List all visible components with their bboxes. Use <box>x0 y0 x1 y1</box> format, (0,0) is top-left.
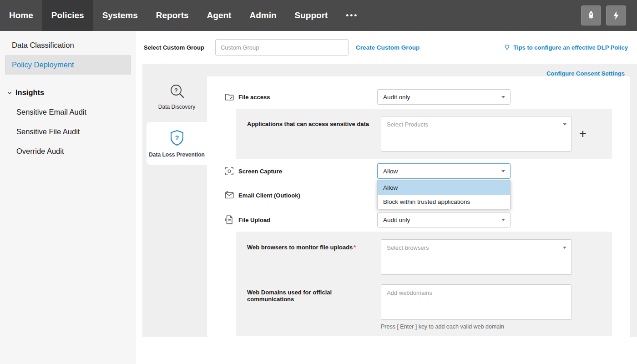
rocket-icon[interactable] <box>581 5 601 25</box>
nav-item-reports[interactable]: Reports <box>147 0 198 31</box>
custom-group-toolbar: Select Custom Group Create Custom Group … <box>136 31 637 64</box>
nav-item-policies[interactable]: Policies <box>42 0 93 31</box>
caret-down-icon <box>563 247 566 249</box>
file-access-row: File access Audit only <box>207 89 630 105</box>
screen-capture-value: Allow <box>383 168 398 175</box>
nav-item-agent[interactable]: Agent <box>198 0 241 31</box>
email-client-icon <box>224 190 234 200</box>
dlp-policy-panel: Configure Consent Settings ? Data Disc <box>142 64 637 337</box>
nav-item-support[interactable]: Support <box>286 0 337 31</box>
file-upload-select[interactable]: Audit only <box>377 212 511 228</box>
file-access-value: Audit only <box>383 94 410 101</box>
caret-down-icon <box>563 123 566 126</box>
applications-subpanel: Applications that can access sensitive d… <box>236 109 612 159</box>
file-upload-icon <box>224 215 234 225</box>
lightbulb-icon <box>504 44 511 51</box>
nav-right-icons <box>581 0 637 31</box>
screen-capture-select[interactable]: Allow <box>377 163 511 179</box>
add-application-button[interactable]: + <box>579 128 586 140</box>
file-upload-value: Audit only <box>383 217 410 223</box>
file-upload-label: File Upload <box>238 217 377 223</box>
nav-item-systems[interactable]: Systems <box>93 0 147 31</box>
svg-text:?: ? <box>174 87 178 94</box>
dropdown-option-allow[interactable]: Allow <box>378 181 510 195</box>
applications-label: Applications that can access sensitive d… <box>247 116 381 152</box>
web-browsers-label: Web browsers to monitor file uploads* <box>247 239 381 275</box>
web-domains-hint: Press [ Enter ] key to add each valid we… <box>381 324 612 330</box>
dropdown-option-block[interactable]: Block within trusted applications <box>378 195 510 209</box>
sidebar-section-insights[interactable]: Insights <box>0 83 136 102</box>
chevron-down-icon <box>6 90 13 96</box>
create-custom-group-link[interactable]: Create Custom Group <box>356 44 420 51</box>
dlp-settings-form: File access Audit only Applications that… <box>207 76 630 337</box>
file-upload-row: File Upload Audit only <box>207 212 630 228</box>
data-loss-prevention-icon: ? <box>148 129 205 148</box>
sidebar-section-label: Insights <box>15 88 44 97</box>
web-domains-input[interactable] <box>381 284 572 320</box>
screen-capture-row: Screen Capture Allow Allow Block within … <box>207 163 630 179</box>
tips-link[interactable]: Tips to configure an effective DLP Polic… <box>504 44 628 51</box>
main-content: Select Custom Group Create Custom Group … <box>136 31 637 364</box>
applications-placeholder: Select Products <box>387 121 428 128</box>
web-browsers-placeholder: Select browsers <box>387 244 429 251</box>
caret-down-icon <box>501 96 505 98</box>
custom-group-input[interactable] <box>215 39 349 56</box>
svg-text:?: ? <box>175 134 179 141</box>
screen-capture-icon <box>224 166 234 176</box>
sidebar-item-policy-deployment[interactable]: Policy Deployment <box>5 55 131 75</box>
sidebar-item-sensitive-email-audit[interactable]: Sensitive Email Audit <box>0 102 136 122</box>
screen-capture-dropdown-menu: Allow Block within trusted applications <box>377 180 511 209</box>
required-asterisk: * <box>354 244 356 251</box>
tab-data-loss-prevention[interactable]: ? Data Loss Prevention <box>147 122 207 165</box>
web-browsers-multiselect[interactable]: Select browsers <box>381 239 572 275</box>
lightning-icon[interactable] <box>606 5 626 25</box>
tab-data-discovery[interactable]: ? Data Discovery <box>147 76 207 116</box>
caret-down-icon <box>501 170 505 172</box>
data-discovery-icon: ? <box>148 82 205 101</box>
nav-item-admin[interactable]: Admin <box>240 0 285 31</box>
custom-group-label: Select Custom Group <box>144 44 204 51</box>
email-client-label: Email Client (Outlook) <box>238 192 377 199</box>
tab-label: Data Discovery <box>148 104 205 111</box>
configure-consent-settings-link[interactable]: Configure Consent Settings <box>546 70 625 77</box>
sidebar-item-override-audit[interactable]: Override Audit <box>0 142 136 161</box>
file-access-label: File access <box>238 94 377 101</box>
web-domains-label: Web Domains used for official communicat… <box>247 284 381 320</box>
caret-down-icon <box>501 219 505 221</box>
policy-tabs: ? Data Discovery ? Data Loss Preventi <box>147 76 207 337</box>
applications-multiselect[interactable]: Select Products <box>381 116 572 152</box>
sidebar-item-sensitive-file-audit[interactable]: Sensitive File Audit <box>0 122 136 142</box>
tips-link-label: Tips to configure an effective DLP Polic… <box>513 44 628 51</box>
upload-settings-subpanel: Web browsers to monitor file uploads* Se… <box>236 232 612 336</box>
sidebar: Data Classification Policy Deployment In… <box>0 31 136 364</box>
file-access-icon <box>224 92 234 102</box>
sidebar-item-data-classification[interactable]: Data Classification <box>0 35 136 55</box>
file-access-select[interactable]: Audit only <box>377 89 511 105</box>
tab-label: Data Loss Prevention <box>148 152 205 159</box>
top-navigation: Home Policies Systems Reports Agent Admi… <box>0 0 637 31</box>
nav-item-home[interactable]: Home <box>0 0 42 31</box>
nav-item-more[interactable]: ••• <box>337 0 367 31</box>
screen-capture-label: Screen Capture <box>238 168 377 175</box>
